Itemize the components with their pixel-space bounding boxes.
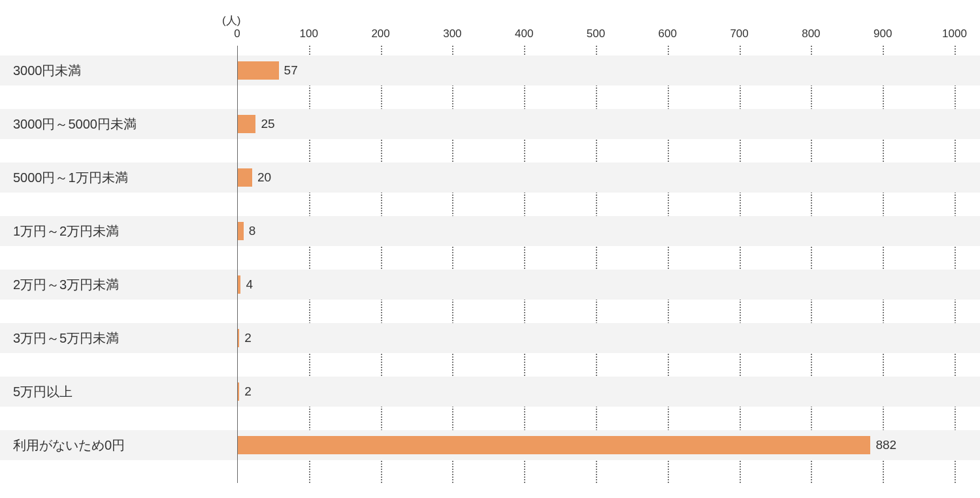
- x-tick-label: 500: [587, 27, 605, 40]
- value-label: 4: [246, 277, 253, 292]
- x-tick-label: 0: [234, 27, 240, 40]
- y-axis-line: [237, 46, 238, 483]
- category-label: 利用がないため0円: [13, 437, 125, 454]
- x-tick-label: 700: [730, 27, 748, 40]
- chart-row: 5万円以上2: [0, 377, 980, 407]
- x-tick-label: 1000: [942, 27, 967, 40]
- value-label: 25: [261, 117, 274, 131]
- value-label: 2: [244, 384, 252, 399]
- bar: [238, 275, 240, 294]
- category-label: 3000円～5000円未満: [13, 116, 137, 133]
- chart-rows: 3000円未満573000円～5000円未満255000円～1万円未満201万円…: [0, 55, 980, 460]
- bar: [238, 382, 239, 401]
- bar: [238, 168, 252, 187]
- value-label: 2: [244, 331, 252, 345]
- chart-row: 3000円～5000円未満25: [0, 109, 980, 139]
- plot-area: 3000円未満573000円～5000円未満255000円～1万円未満201万円…: [0, 46, 980, 483]
- value-label: 20: [257, 170, 271, 185]
- x-tick-label: 900: [874, 27, 892, 40]
- x-tick-label: 300: [443, 27, 461, 40]
- chart-row: 2万円～3万円未満4: [0, 270, 980, 300]
- bar: [238, 436, 870, 454]
- bar: [238, 222, 244, 240]
- bar: [238, 61, 279, 80]
- category-label: 3万円～5万円未満: [13, 330, 119, 347]
- category-label: 1万円～2万円未満: [13, 223, 119, 240]
- bar: [238, 329, 239, 347]
- chart-row: 3000円未満57: [0, 55, 980, 86]
- value-label: 57: [284, 63, 298, 78]
- x-tick-label: 200: [371, 27, 389, 40]
- chart-row: 5000円～1万円未満20: [0, 163, 980, 193]
- value-label: 8: [249, 224, 256, 238]
- x-tick-label: 400: [515, 27, 533, 40]
- chart-row: 1万円～2万円未満8: [0, 216, 980, 246]
- x-tick-label: 800: [802, 27, 820, 40]
- x-tick-label: 100: [300, 27, 318, 40]
- category-label: 3000円未満: [13, 62, 82, 80]
- category-label: 2万円～3万円未満: [13, 276, 119, 294]
- unit-label: (人): [222, 13, 240, 28]
- chart-row: 利用がないため0円882: [0, 430, 980, 460]
- value-label: 882: [875, 438, 896, 452]
- bar-chart: (人) 01002003004005006007008009001000 300…: [0, 13, 980, 483]
- chart-row: 3万円～5万円未満2: [0, 323, 980, 353]
- category-label: 5000円～1万円未満: [13, 169, 128, 187]
- x-tick-label: 600: [659, 27, 677, 40]
- category-label: 5万円以上: [13, 383, 73, 401]
- x-axis-ticks: 01002003004005006007008009001000: [0, 27, 980, 40]
- bar: [238, 115, 255, 133]
